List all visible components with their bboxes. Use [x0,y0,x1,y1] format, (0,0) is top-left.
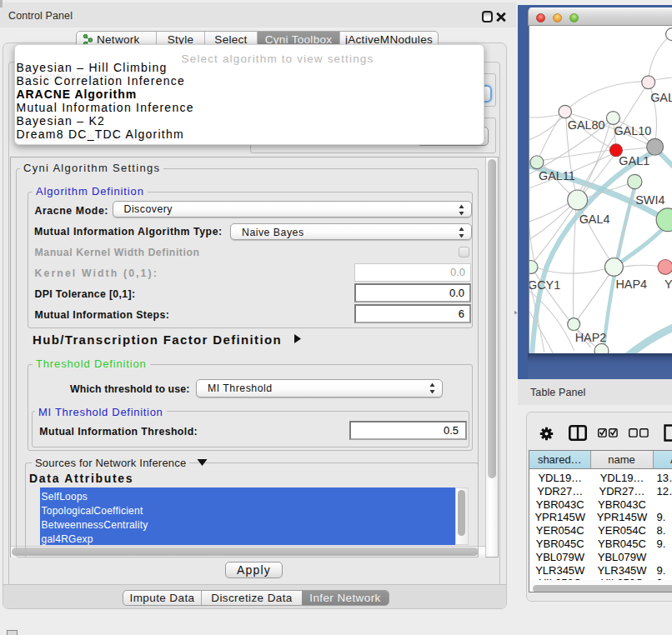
svg-text:GAL1: GAL1 [619,154,649,168]
svg-text:SWI4: SWI4 [635,193,664,207]
svg-text:GCY1: GCY1 [529,278,560,292]
svg-text:HAP4: HAP4 [615,278,647,291]
svg-text:HAP2: HAP2 [575,331,607,344]
svg-text:GAL4: GAL4 [579,212,610,226]
svg-text:GAL10: GAL10 [614,124,651,138]
svg-text:Y: Y [664,278,672,291]
svg-text:GAL11: GAL11 [539,169,575,182]
svg-text:GAL: GAL [650,91,672,104]
svg-text:GAL80: GAL80 [568,118,605,132]
